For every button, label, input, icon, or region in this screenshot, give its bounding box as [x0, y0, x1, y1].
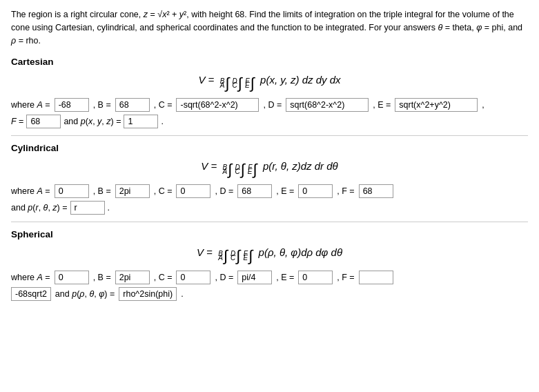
cartesian-integral: V = B A ∫ D C ∫ F E ∫ p(x, y, z) dz dy d… — [11, 74, 528, 91]
cylindrical-dot: . — [108, 203, 110, 213]
cartesian-B-label: , B = — [93, 100, 111, 110]
spherical-inner-int: F E ∫ — [244, 248, 253, 264]
spherical-V-label: V = — [197, 246, 215, 258]
spherical-C-input[interactable]: 0 — [176, 271, 210, 284]
cartesian-fields-row1: where A = -68 , B = 68 , C = -sqrt(68^2-… — [11, 98, 528, 112]
cartesian-title: Cartesian — [11, 57, 528, 67]
spherical-C-label: , C = — [154, 273, 173, 282]
spherical-B-label: , B = — [93, 273, 111, 282]
spherical-mid-lower: C — [231, 255, 235, 262]
cylindrical-F-input[interactable]: 68 — [359, 184, 393, 198]
cartesian-integrand: p(x, y, z) dz dy dx — [257, 74, 341, 86]
spherical-inner-lower: E — [244, 255, 248, 262]
spherical-B-input[interactable]: 2pi — [115, 271, 150, 284]
spherical-E-input[interactable]: 0 — [298, 271, 333, 284]
cartesian-V-label: V = — [198, 74, 217, 86]
cartesian-E-input[interactable]: sqrt(x^2+y^2) — [395, 98, 478, 112]
cylindrical-B-input[interactable]: 2pi — [115, 184, 150, 198]
cylindrical-andp-label: and p(r, θ, z) = — [11, 203, 68, 213]
cylindrical-D-label: , D = — [215, 186, 233, 196]
cylindrical-where-A-label: where A = — [11, 186, 50, 196]
cylindrical-outer-int: B A ∫ — [223, 162, 233, 177]
spherical-F-label: , F = — [337, 273, 354, 282]
cylindrical-inner-lower: E — [248, 168, 253, 175]
cartesian-mid-int: D C ∫ — [233, 76, 242, 91]
problem-statement: The region is a right circular cone, z =… — [11, 8, 528, 47]
cylindrical-D-input[interactable]: 68 — [237, 184, 272, 198]
cylindrical-C-input[interactable]: 0 — [176, 184, 210, 198]
cartesian-A-input[interactable]: -68 — [55, 98, 89, 112]
cartesian-where-A-label: where A = — [11, 100, 50, 110]
divider-1 — [11, 135, 528, 136]
spherical-dot: . — [181, 289, 183, 299]
spherical-D-label: , D = — [215, 273, 233, 282]
spherical-mid-int: D C ∫ — [231, 248, 240, 264]
cartesian-D-label: , D = — [263, 100, 282, 110]
spherical-F-input[interactable] — [359, 271, 393, 284]
cylindrical-E-input[interactable]: 0 — [298, 184, 333, 198]
spherical-where-A-label: where A = — [11, 273, 50, 282]
spherical-integral: V = B A ∫ D C ∫ F E ∫ p(ρ, θ, φ)dρ dφ dθ — [11, 246, 528, 264]
cylindrical-section: Cylindrical V = B A ∫ D C ∫ F E ∫ p(r, θ… — [11, 143, 528, 215]
spherical-E-label: , E = — [276, 273, 294, 282]
spherical-outer-lower: A — [218, 255, 223, 262]
problem-line3: ρ = rho. — [11, 35, 528, 48]
cartesian-mid-lower: C — [233, 82, 237, 89]
spherical-section: Spherical V = B A ∫ D C ∫ F E ∫ p(ρ, θ, … — [11, 229, 528, 301]
cylindrical-inner-int: F E ∫ — [248, 162, 257, 177]
cylindrical-mid-int: D C ∫ — [235, 162, 244, 177]
spherical-title: Spherical — [11, 229, 528, 239]
spherical-outer-int: B A ∫ — [218, 248, 228, 264]
cylindrical-A-input[interactable]: 0 — [55, 184, 89, 198]
cartesian-C-label: , C = — [154, 100, 173, 110]
cartesian-section: Cartesian V = B A ∫ D C ∫ F E ∫ p(x, y, … — [11, 57, 528, 128]
divider-2 — [11, 222, 528, 222]
spherical-fields-row2: -68sqrt2 and p(ρ, θ, φ) = rho^2sin(phi) … — [11, 287, 528, 301]
cylindrical-mid-lower: C — [235, 168, 239, 175]
cartesian-inner-lower: E — [245, 82, 250, 89]
cartesian-outer-int: B A ∫ — [220, 76, 230, 91]
cylindrical-title: Cylindrical — [11, 143, 528, 153]
cartesian-F-input[interactable]: 68 — [26, 115, 61, 128]
cartesian-andp-label: and p(x, y, z) = — [63, 117, 121, 126]
cartesian-F-label: F = — [11, 117, 23, 126]
cartesian-comma1: , — [482, 100, 484, 110]
spherical-F2-input[interactable]: -68sqrt2 — [11, 287, 51, 301]
problem-line1: The region is a right circular cone, z =… — [11, 8, 528, 21]
cylindrical-B-label: , B = — [93, 186, 111, 196]
cylindrical-integral: V = B A ∫ D C ∫ F E ∫ p(r, θ, z)dz dr dθ — [11, 160, 528, 177]
cartesian-B-input[interactable]: 68 — [115, 98, 150, 112]
cartesian-D-input[interactable]: sqrt(68^2-x^2) — [286, 98, 369, 112]
problem-line2: cone using Cartesian, cylindrical, and s… — [11, 21, 528, 35]
spherical-A-input[interactable]: 0 — [55, 271, 89, 284]
cylindrical-p-input[interactable]: r — [70, 201, 105, 215]
cartesian-fields-row2: F = 68 and p(x, y, z) = 1 . — [11, 115, 528, 128]
cartesian-E-label: , E = — [373, 100, 391, 110]
cartesian-outer-lower: A — [220, 82, 225, 89]
cylindrical-C-label: , C = — [154, 186, 173, 196]
spherical-integrand: p(ρ, θ, φ)dρ dφ dθ — [255, 246, 342, 258]
cylindrical-F-label: , F = — [337, 186, 354, 196]
spherical-p-input[interactable]: rho^2sin(phi) — [119, 287, 177, 301]
spherical-fields-row1: where A = 0 , B = 2pi , C = 0 , D = pi/4… — [11, 271, 528, 284]
cylindrical-integrand: p(r, θ, z)dz dr dθ — [260, 160, 338, 172]
cylindrical-E-label: , E = — [276, 186, 294, 196]
cylindrical-V-label: V = — [201, 160, 219, 172]
cartesian-inner-int: F E ∫ — [245, 76, 255, 91]
cartesian-C-input[interactable]: -sqrt(68^2-x^2) — [176, 98, 259, 112]
cylindrical-fields-row1: where A = 0 , B = 2pi , C = 0 , D = 68 ,… — [11, 184, 528, 198]
cylindrical-outer-lower: A — [223, 168, 228, 175]
spherical-D-input[interactable]: pi/4 — [237, 271, 272, 284]
cylindrical-fields-row2: and p(r, θ, z) = r . — [11, 201, 528, 215]
cartesian-p-input[interactable]: 1 — [124, 115, 158, 128]
spherical-andp-label: and p(ρ, θ, φ) = — [55, 289, 115, 299]
cartesian-dot: . — [161, 117, 163, 126]
